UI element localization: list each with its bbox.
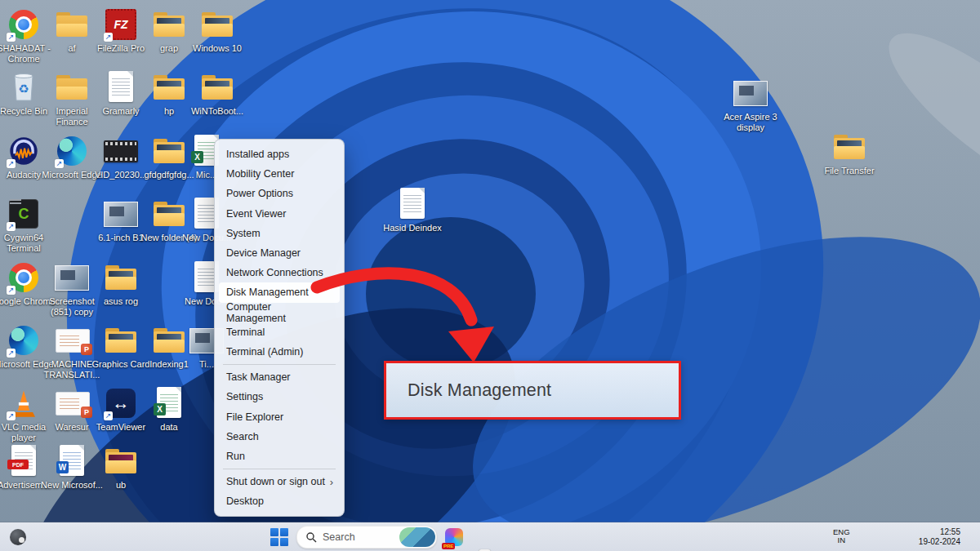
filezilla-icon: FZ↗: [103, 7, 139, 42]
menu-item-shut-down-or-sign-out[interactable]: Shut down or sign out›: [219, 472, 340, 491]
task-view-button[interactable]: [471, 548, 492, 551]
desktop-icon-label: Acer Aspire 3 display: [719, 112, 782, 133]
photo-icon: [103, 196, 139, 232]
menu-item-terminal[interactable]: Terminal: [219, 322, 340, 342]
menu-item-disk-management[interactable]: Disk Management: [219, 282, 340, 302]
menu-item-label: Terminal: [226, 327, 265, 338]
edge-icon: ↗: [6, 322, 42, 358]
vlc-icon-part: [12, 412, 35, 417]
desktop-icon-label: data: [137, 422, 201, 433]
menu-item-label: Event Viewer: [226, 208, 286, 220]
menu-item-desktop[interactable]: Desktop: [219, 491, 340, 511]
doc-icon-part: [127, 71, 133, 77]
pdf-icon: PDF: [6, 443, 42, 479]
doc-icon: [394, 186, 430, 222]
menu-item-network-connections[interactable]: Network Connections: [219, 263, 340, 282]
desktop-icon-windows-10[interactable]: Windows 10: [188, 7, 247, 54]
menu-item-system[interactable]: System: [219, 224, 340, 243]
folder-media-icon: [103, 322, 139, 358]
menu-item-mobility-center[interactable]: Mobility Center: [219, 164, 340, 184]
shortcut-arrow-icon: ↗: [7, 349, 16, 358]
menu-item-computer-management[interactable]: Computer Management: [219, 303, 340, 322]
search-bing-image: [399, 527, 435, 547]
menu-item-label: Run: [226, 451, 245, 462]
copilot-pre-badge: PRE: [442, 543, 455, 549]
shortcut-arrow-icon: ↗: [104, 33, 113, 42]
doc-icon-part: [400, 188, 425, 219]
folder-icon: [54, 7, 90, 42]
vlc-icon-part: [19, 402, 29, 406]
ppt-icon: P: [54, 385, 90, 421]
menu-item-label: Search: [226, 431, 259, 442]
menu-item-label: Desktop: [226, 495, 264, 507]
recycle-icon-part: [15, 74, 33, 78]
ppt-icon-part: P: [56, 392, 90, 415]
desktop-icon-data[interactable]: Xdata: [140, 385, 198, 433]
folder-media-icon-part: [154, 87, 185, 100]
start-button[interactable]: [270, 528, 288, 546]
photo-icon-part: [733, 81, 768, 106]
shortcut-arrow-icon: ↗: [55, 159, 64, 168]
desktop-icon-label: Cygwin64 Terminal: [0, 233, 56, 254]
teamviewer-icon: ↔↗: [103, 385, 139, 421]
desktop-icon-hasid-deindex[interactable]: Hasid Deindex: [383, 186, 442, 233]
word-icon-part: [78, 445, 84, 451]
menu-item-power-options[interactable]: Power Options: [219, 184, 340, 203]
folder-icon-part: [56, 24, 87, 37]
desktop-icon-label: WiNToBoot...: [185, 106, 249, 117]
ppt-icon-part: [60, 396, 79, 411]
word-icon: W: [54, 443, 90, 479]
search-input[interactable]: Search: [296, 526, 437, 549]
doc-icon: [103, 69, 139, 105]
folder-media-icon: [151, 69, 187, 105]
copilot-button[interactable]: PRE: [443, 527, 465, 548]
desktop-icon-cygwin64-terminal[interactable]: C↗Cygwin64 Terminal: [0, 196, 53, 254]
photo-icon-part: [104, 202, 138, 227]
doc-icon-part: [198, 266, 216, 288]
shortcut-arrow-icon: ↗: [7, 159, 16, 168]
excel-icon-part: X: [191, 151, 203, 163]
menu-item-terminal-admin[interactable]: Terminal (Admin): [219, 342, 340, 362]
word-icon-part: W: [56, 461, 69, 473]
pdf-icon-part: PDF: [7, 460, 29, 469]
desktop-icon-acer-aspire-3-display[interactable]: Acer Aspire 3 display: [721, 75, 780, 133]
menu-item-label: Device Manager: [226, 247, 301, 259]
menu-item-installed-apps[interactable]: Installed apps: [219, 144, 340, 164]
recycle-icon-part: ♻: [18, 82, 29, 96]
menu-item-settings[interactable]: Settings: [219, 387, 340, 407]
pdf-icon-part: [30, 445, 36, 451]
menu-item-label: Computer Management: [226, 301, 333, 324]
folder-maroon-icon: [103, 443, 139, 479]
winx-context-menu: Installed appsMobility CenterPower Optio…: [214, 139, 345, 517]
desktop-icon-file-transfer[interactable]: File Transfer: [820, 129, 879, 176]
folder-media-icon: [199, 69, 235, 105]
clock-time: 12:55: [908, 527, 960, 537]
menu-item-task-manager[interactable]: Task Manager: [219, 367, 340, 387]
desktop-icon-ub[interactable]: ub: [91, 443, 150, 491]
taskbar-corner-logo: [10, 529, 26, 545]
folder-media-icon: [199, 7, 235, 42]
menu-item-label: System: [226, 228, 261, 239]
menu-item-search[interactable]: Search: [219, 427, 340, 447]
menu-item-event-viewer[interactable]: Event Viewer: [219, 204, 340, 224]
language-indicator[interactable]: ENG IN: [833, 528, 850, 546]
menu-item-run[interactable]: Run: [219, 447, 340, 466]
pdf-icon-part: PDF: [11, 445, 36, 476]
taskbar: Search PRE 1 DELL ✂ ENG IN: [0, 522, 980, 551]
desktop-icon-wintoboot[interactable]: WiNToBoot...: [188, 69, 247, 117]
language-line2: IN: [833, 537, 850, 546]
menu-separator: [223, 364, 336, 365]
doc-icon-part: [109, 71, 133, 102]
menu-item-label: Terminal (Admin): [226, 346, 303, 358]
doc-icon-part: [403, 193, 421, 215]
desktop-icon-label: ub: [89, 480, 153, 491]
shortcut-arrow-icon: ↗: [7, 33, 16, 42]
clock[interactable]: 12:55 19-02-2024: [908, 527, 960, 547]
ppt-icon-part: P: [56, 329, 90, 353]
menu-item-device-manager[interactable]: Device Manager: [219, 243, 340, 263]
word-icon-part: W: [60, 445, 84, 476]
menu-item-file-explorer[interactable]: File Explorer: [219, 407, 340, 426]
shortcut-arrow-icon: ↗: [7, 286, 16, 295]
recycle-icon: ♻: [6, 69, 42, 105]
desktop-icon-asus-rog[interactable]: asus rog: [91, 260, 150, 307]
